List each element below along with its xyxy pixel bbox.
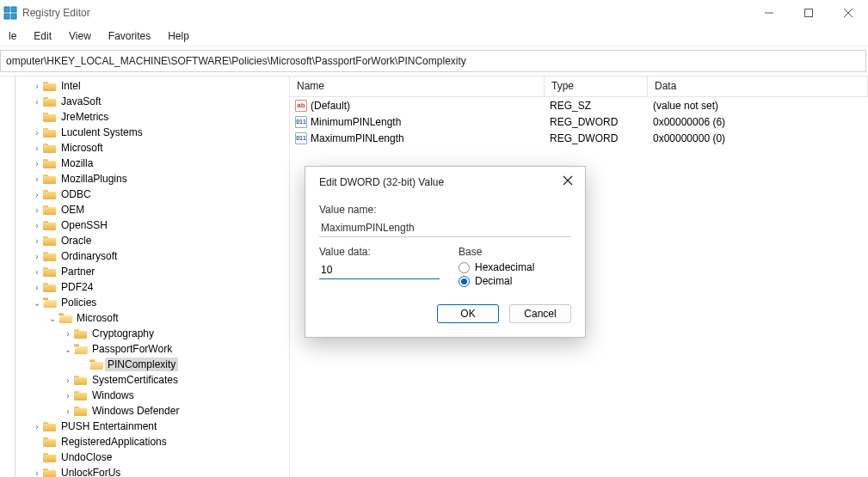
menu-file[interactable]: le [0, 28, 25, 45]
folder-icon [43, 95, 57, 107]
tree-node[interactable]: JreMetrics [0, 109, 289, 125]
tree-node-label: PINComplexity [105, 358, 178, 371]
tree-node-label: OEM [58, 203, 87, 217]
col-header-type[interactable]: Type [545, 76, 648, 96]
chevron-right-icon[interactable]: › [31, 221, 43, 230]
value-name-input[interactable] [319, 219, 571, 237]
chevron-right-icon[interactable]: › [31, 267, 43, 277]
chevron-down-icon[interactable]: ⌄ [62, 345, 74, 354]
folder-icon [74, 389, 88, 401]
chevron-right-icon[interactable]: › [31, 144, 43, 153]
chevron-right-icon[interactable]: › [31, 82, 43, 91]
tree-node-label: MozillaPlugins [58, 172, 130, 186]
tree-node-label: Partner [58, 265, 97, 278]
tree-node-label: Cryptography [89, 327, 157, 340]
tree-node[interactable]: PINComplexity [0, 357, 289, 372]
chevron-down-icon[interactable]: ⌄ [31, 298, 43, 308]
value-name: MinimumPINLength [311, 116, 401, 128]
chevron-right-icon[interactable]: › [31, 97, 43, 107]
value-data: 0x00000000 (0) [648, 132, 868, 144]
cancel-button[interactable]: Cancel [509, 304, 571, 323]
value-data-input[interactable] [319, 261, 440, 279]
tree-node[interactable]: ›PDF24 [0, 279, 289, 295]
chevron-right-icon[interactable]: › [31, 205, 43, 215]
tree-node[interactable]: ›Windows [0, 388, 289, 403]
chevron-right-icon[interactable]: › [31, 174, 43, 184]
chevron-right-icon[interactable]: › [62, 391, 74, 401]
list-row[interactable]: ab(Default)REG_SZ(value not set) [290, 97, 868, 113]
tree-node[interactable]: ›Partner [0, 264, 289, 279]
chevron-right-icon[interactable]: › [31, 468, 43, 478]
tree-node[interactable]: ›Windows Defender [0, 403, 289, 419]
tree-node[interactable]: ⌄Microsoft [0, 310, 289, 326]
menu-help[interactable]: Help [159, 28, 198, 45]
string-value-icon: ab [295, 100, 307, 112]
tree-node[interactable]: ›Ordinarysoft [0, 248, 289, 264]
tree-node[interactable]: UndoClose [0, 449, 289, 465]
folder-icon [43, 235, 57, 247]
radio-decimal[interactable]: Decimal [459, 275, 571, 287]
chevron-down-icon[interactable]: ⌄ [46, 314, 58, 323]
list-row[interactable]: 011MinimumPINLengthREG_DWORD0x00000006 (… [290, 113, 868, 130]
tree-node[interactable]: ›Luculent Systems [0, 125, 289, 140]
tree-node-label: Windows [89, 388, 137, 402]
chevron-right-icon[interactable]: › [31, 283, 43, 292]
chevron-right-icon[interactable]: › [62, 407, 74, 416]
address-path: omputer\HKEY_LOCAL_MACHINE\SOFTWARE\Poli… [6, 55, 466, 67]
tree-node[interactable]: ›Mozilla [0, 156, 289, 171]
folder-icon [89, 358, 103, 370]
col-header-name[interactable]: Name [290, 76, 545, 96]
list-row[interactable]: 011MaximumPINLengthREG_DWORD0x00000000 (… [290, 130, 868, 146]
value-type: REG_DWORD [545, 132, 648, 144]
menu-edit[interactable]: Edit [25, 28, 60, 45]
tree-node[interactable]: ›Oracle [0, 233, 289, 248]
chevron-right-icon[interactable]: › [62, 376, 74, 385]
tree-pane[interactable]: ›Intel›JavaSoftJreMetrics›Luculent Syste… [0, 76, 290, 477]
dialog-close-button[interactable] [563, 175, 573, 188]
svg-rect-1 [11, 7, 16, 12]
address-bar[interactable]: omputer\HKEY_LOCAL_MACHINE\SOFTWARE\Poli… [0, 50, 866, 72]
tree-node-label: Policies [58, 296, 99, 309]
tree-node[interactable]: ›JavaSoft [0, 94, 289, 109]
menu-view[interactable]: View [60, 28, 100, 45]
chevron-right-icon[interactable]: › [62, 329, 74, 339]
chevron-right-icon[interactable]: › [31, 252, 43, 261]
tree-node[interactable]: ›UnlockForUs [0, 465, 289, 477]
value-type: REG_SZ [545, 100, 648, 112]
minimize-button[interactable] [749, 0, 789, 26]
chevron-right-icon[interactable]: › [31, 128, 43, 138]
tree-node[interactable]: ›ODBC [0, 187, 289, 202]
close-button[interactable] [828, 0, 868, 26]
svg-rect-0 [4, 7, 9, 12]
tree-node[interactable]: ›MozillaPlugins [0, 171, 289, 187]
tree-node[interactable]: ›PUSH Entertainment [0, 419, 289, 434]
tree-node[interactable]: ›SystemCertificates [0, 372, 289, 388]
chevron-right-icon[interactable]: › [31, 190, 43, 199]
tree-node[interactable]: ›OpenSSH [0, 217, 289, 233]
tree-node[interactable]: RegisteredApplications [0, 434, 289, 449]
tree-node-label: ODBC [58, 187, 94, 201]
menu-bar: le Edit View Favorites Help [0, 26, 868, 46]
tree-node-label: PassportForWork [89, 342, 175, 356]
value-name: (Default) [311, 100, 350, 112]
folder-icon [43, 188, 57, 200]
tree-node[interactable]: ⌄Policies [0, 295, 289, 310]
col-header-data[interactable]: Data [648, 76, 868, 96]
chevron-right-icon[interactable]: › [31, 159, 43, 168]
folder-icon [43, 157, 57, 169]
tree-node[interactable]: ›Intel [0, 78, 289, 94]
tree-node-label: UndoClose [58, 450, 114, 464]
chevron-right-icon[interactable]: › [31, 422, 43, 431]
radio-hexadecimal[interactable]: Hexadecimal [459, 261, 571, 273]
tree-node[interactable]: ›Cryptography [0, 326, 289, 341]
maximize-button[interactable] [789, 0, 828, 26]
menu-favorites[interactable]: Favorites [100, 28, 159, 45]
folder-icon [74, 327, 88, 339]
tree-node[interactable]: ⌄PassportForWork [0, 341, 289, 357]
chevron-right-icon[interactable]: › [31, 236, 43, 246]
tree-node[interactable]: ›OEM [0, 202, 289, 217]
ok-button[interactable]: OK [437, 304, 499, 323]
tree-node[interactable]: ›Microsoft [0, 140, 289, 156]
folder-icon [43, 436, 57, 448]
folder-icon [43, 451, 57, 463]
